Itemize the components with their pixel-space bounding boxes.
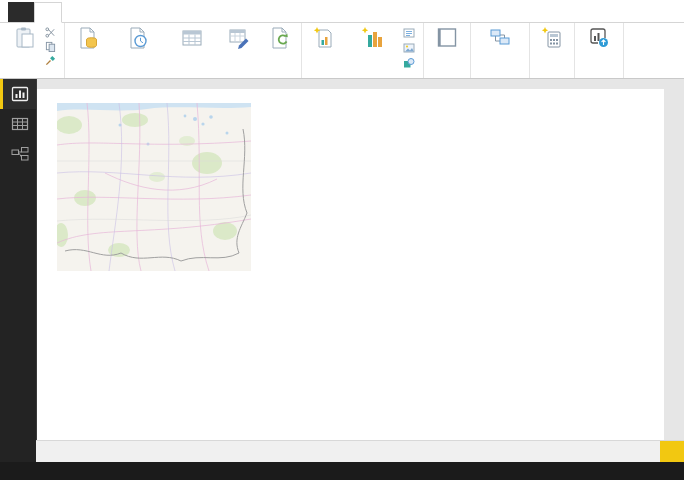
bar-chart-visual[interactable] [303, 105, 661, 122]
paste-icon [13, 26, 37, 50]
copy-button[interactable] [43, 40, 61, 53]
status-bar [0, 462, 684, 480]
insert-group-label [305, 75, 420, 78]
page-tab-bar [36, 440, 684, 462]
recent-sources-icon [126, 26, 150, 50]
manage-relationships-icon [488, 26, 512, 50]
text-box-button[interactable] [401, 26, 420, 40]
data-view-icon [11, 116, 29, 132]
new-measure-button[interactable] [533, 25, 571, 52]
shapes-button[interactable] [401, 56, 420, 70]
calculations-group-label [533, 75, 571, 78]
edit-queries-button[interactable] [216, 25, 262, 52]
map-land [57, 103, 251, 271]
manage-relationships-button[interactable] [474, 25, 526, 52]
page-tab-arrows [36, 441, 50, 462]
image-icon [403, 42, 415, 54]
new-measure-icon [540, 26, 564, 50]
format-painter-button[interactable] [43, 54, 61, 67]
ribbon-group-calculations [530, 23, 575, 78]
file-tab[interactable] [8, 2, 34, 22]
view-group-label [427, 75, 467, 78]
get-data-icon [76, 26, 100, 50]
recent-sources-button[interactable] [108, 25, 168, 52]
ribbon-tab-view[interactable] [62, 2, 88, 22]
new-visual-button[interactable] [343, 25, 401, 52]
bar-x-axis [367, 110, 645, 122]
new-page-button[interactable] [305, 25, 343, 52]
map-visual[interactable] [57, 101, 259, 271]
report-canvas [36, 79, 684, 441]
sidebar-item-report-view[interactable] [0, 79, 36, 109]
page-view-icon [435, 26, 459, 50]
sidebar-item-model-view[interactable] [0, 139, 36, 169]
add-page-button[interactable] [660, 441, 684, 462]
relationships-group-label [474, 75, 526, 78]
bar-plot [303, 110, 661, 122]
model-view-icon [11, 146, 29, 162]
cut-button[interactable] [43, 26, 61, 39]
image-button[interactable] [401, 41, 420, 55]
cut-icon [45, 27, 56, 38]
sidebar-item-data-view[interactable] [0, 109, 36, 139]
enter-data-button[interactable] [168, 25, 216, 52]
copy-icon [45, 41, 56, 52]
report-page[interactable] [37, 89, 664, 441]
new-visual-icon [360, 26, 384, 50]
paste-button[interactable] [7, 25, 43, 52]
ribbon-group-relationships [471, 23, 530, 78]
external-data-group-label [68, 75, 298, 78]
shapes-icon [403, 57, 415, 69]
refresh-button[interactable] [262, 25, 298, 52]
share-group-label [578, 75, 620, 78]
edit-queries-icon [227, 26, 251, 50]
view-sidebar [0, 79, 36, 462]
publish-icon [587, 26, 611, 50]
line-chart-svg[interactable] [57, 302, 257, 404]
ribbon [0, 23, 684, 79]
ribbon-tab-modeling[interactable] [88, 2, 114, 22]
ribbon-group-clipboard [4, 23, 65, 78]
ribbon-group-insert [302, 23, 424, 78]
get-data-button[interactable] [68, 25, 108, 52]
page-view-button[interactable] [427, 25, 467, 52]
refresh-icon [268, 26, 292, 50]
workspace [0, 79, 684, 462]
format-painter-icon [45, 55, 56, 66]
map-svg[interactable] [57, 103, 251, 271]
ribbon-group-share [575, 23, 624, 78]
line-chart-visual[interactable] [57, 297, 271, 404]
clipboard-group-label [7, 75, 61, 78]
ribbon-tab-bar [0, 0, 684, 23]
ribbon-tab-home[interactable] [34, 2, 62, 23]
ribbon-group-external-data [65, 23, 302, 78]
text-box-icon [403, 27, 415, 39]
new-page-icon [312, 26, 336, 50]
ribbon-group-view [424, 23, 471, 78]
enter-data-icon [180, 26, 204, 50]
publish-button[interactable] [578, 25, 620, 52]
report-view-icon [11, 86, 29, 102]
